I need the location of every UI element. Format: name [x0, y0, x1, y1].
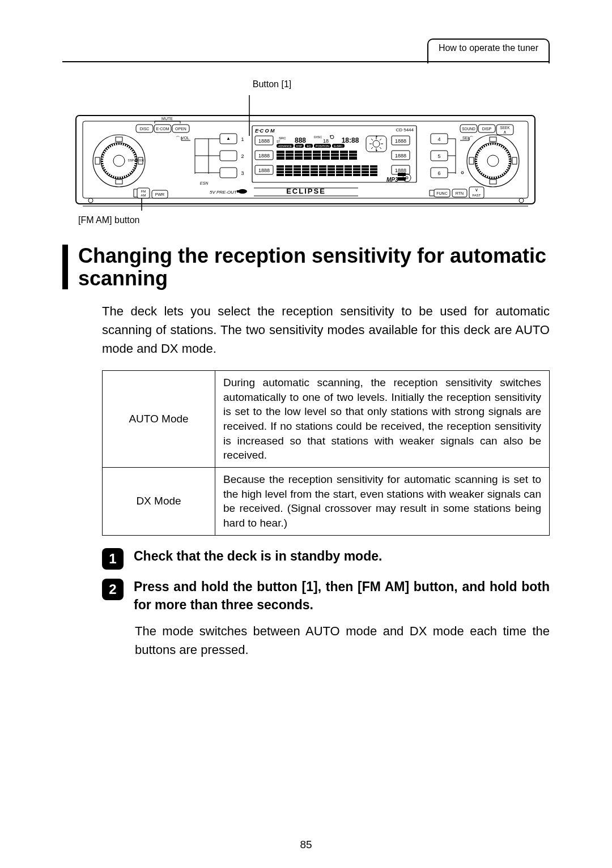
figure-top-label: Button [1]	[0, 79, 550, 89]
svg-rect-133	[311, 165, 318, 168]
svg-rect-143	[328, 171, 335, 173]
equalizer-icon	[277, 151, 357, 160]
svg-rect-144	[328, 174, 335, 176]
svg-rect-20	[116, 179, 122, 184]
section-breadcrumb: How to operate the tuner	[427, 39, 550, 63]
svg-point-18	[113, 155, 125, 166]
svg-text:E·C O M: E·C O M	[255, 128, 275, 134]
svg-text:FUNC: FUNC	[436, 191, 447, 195]
svg-rect-35	[512, 157, 517, 164]
svg-rect-153	[353, 165, 360, 168]
svg-text:ST: ST	[277, 140, 280, 143]
svg-rect-149	[345, 165, 352, 168]
svg-rect-117	[277, 165, 284, 168]
svg-text:VOL: VOL	[181, 136, 189, 140]
svg-text:FAST: FAST	[472, 194, 481, 197]
svg-text:2: 2	[241, 153, 244, 159]
svg-rect-156	[353, 174, 360, 176]
svg-rect-148	[336, 174, 343, 176]
svg-rect-158	[362, 168, 369, 170]
svg-rect-160	[362, 174, 369, 176]
svg-text:1888: 1888	[395, 168, 406, 173]
svg-rect-164	[370, 174, 377, 176]
svg-text:AM: AM	[141, 194, 146, 197]
svg-rect-126	[294, 168, 301, 170]
car-deck-illustration: MUTE DISC E·COM OPEN SOUND DISP SEEK ∧	[74, 93, 538, 212]
svg-rect-49	[220, 168, 237, 178]
svg-text:DSP●MODE: DSP●MODE	[128, 159, 144, 162]
svg-rect-124	[285, 174, 292, 176]
svg-rect-138	[319, 168, 326, 170]
svg-rect-32	[490, 137, 496, 142]
svg-rect-155	[353, 171, 360, 173]
mode-table: AUTO Mode During automatic scanning, the…	[102, 370, 550, 535]
open-button: OPEN	[175, 127, 186, 131]
svg-rect-184	[237, 190, 240, 193]
svg-text:1888: 1888	[258, 168, 270, 173]
svg-rect-163	[370, 171, 377, 173]
svg-text:▲: ▲	[226, 136, 231, 141]
svg-rect-170	[398, 177, 406, 181]
svg-rect-108	[331, 151, 339, 160]
mode-name-cell: AUTO Mode	[103, 371, 215, 468]
svg-rect-107	[322, 151, 330, 160]
page-header: How to operate the tuner	[62, 34, 550, 62]
svg-rect-123	[285, 171, 292, 173]
svg-rect-152	[345, 174, 352, 176]
svg-text:3: 3	[241, 170, 244, 176]
svg-rect-104	[295, 151, 303, 160]
svg-text:DSP: DSP	[296, 144, 303, 148]
svg-rect-159	[362, 171, 369, 173]
disc-button: DISC	[140, 127, 150, 131]
svg-point-3	[519, 198, 524, 203]
svg-rect-136	[311, 174, 318, 176]
step-text: Check that the deck is in standby mode.	[134, 547, 550, 565]
svg-rect-21	[95, 157, 100, 164]
mute-label: MUTE	[162, 117, 173, 121]
intro-paragraph: The deck lets you select the reception s…	[102, 302, 550, 358]
table-row: DX Mode Because the reception sensitivit…	[103, 468, 550, 536]
svg-rect-103	[286, 151, 294, 160]
svg-text:1888: 1888	[258, 153, 270, 159]
svg-text:⌒: ⌒	[176, 136, 180, 141]
svg-rect-157	[362, 165, 369, 168]
svg-rect-169	[398, 173, 406, 176]
svg-text:EQ: EQ	[307, 144, 311, 148]
step-number-badge: 1	[102, 548, 124, 570]
svg-rect-19	[116, 137, 122, 142]
svg-rect-147	[336, 171, 343, 173]
svg-text:18:88: 18:88	[342, 136, 359, 144]
svg-rect-137	[319, 165, 326, 168]
section-heading: Changing the reception sensitivity for a…	[62, 245, 550, 289]
mode-desc-cell: During automatic scanning, the reception…	[215, 371, 550, 468]
svg-text:5V PRE-OUT: 5V PRE-OUT	[210, 190, 237, 195]
svg-text:POSITION: POSITION	[316, 144, 329, 148]
svg-rect-161	[370, 165, 377, 168]
svg-text:PWR: PWR	[155, 193, 164, 196]
svg-text:ESN: ESN	[200, 181, 209, 185]
svg-rect-162	[370, 168, 377, 170]
page-number: 85	[0, 839, 612, 851]
svg-rect-128	[294, 174, 301, 176]
svg-rect-151	[345, 171, 352, 173]
svg-rect-129	[302, 165, 309, 168]
svg-rect-120	[277, 174, 284, 176]
svg-rect-141	[328, 165, 335, 168]
svg-text:5: 5	[437, 153, 440, 159]
svg-rect-118	[277, 168, 284, 170]
svg-text:ADVANCE: ADVANCE	[278, 144, 292, 148]
svg-text:FM: FM	[141, 190, 146, 193]
mp3-icon: MP3	[386, 177, 398, 183]
lcd-display: E·C O M CD 5444 1888 SRC ST 888 DISC 18 …	[252, 126, 416, 183]
svg-rect-150	[345, 168, 352, 170]
svg-rect-140	[319, 174, 326, 176]
step-item: 2 Press and hold the button [1], then [F…	[102, 578, 550, 614]
step-text: Press and hold the button [1], then [FM …	[134, 578, 550, 614]
svg-rect-102	[277, 151, 284, 160]
svg-rect-135	[311, 171, 318, 173]
step-number-badge: 2	[102, 579, 124, 600]
svg-rect-110	[349, 151, 357, 160]
svg-rect-46	[220, 151, 237, 161]
pwr-button: PWR	[152, 190, 168, 198]
chevron-up-icon: ∧	[503, 130, 507, 135]
